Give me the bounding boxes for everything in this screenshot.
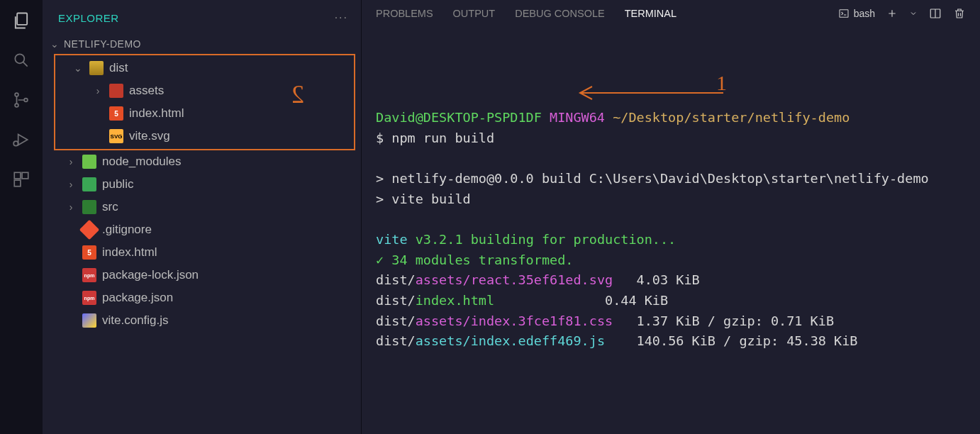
html-file-icon: 5 xyxy=(109,106,123,121)
tree-label: package.json xyxy=(102,291,173,305)
term-out-prefix: dist/ xyxy=(376,333,416,348)
tab-debug-console[interactable]: DEBUG CONSOLE xyxy=(515,8,605,19)
term-out-path: index.html xyxy=(416,293,494,308)
tree-file-gitignore[interactable]: .gitignore xyxy=(48,218,361,241)
tab-output[interactable]: OUTPUT xyxy=(453,8,496,19)
term-prompt: $ xyxy=(376,130,384,145)
tab-terminal[interactable]: TERMINAL xyxy=(625,8,676,19)
root-folder[interactable]: ⌄ NETLIFY-DEMO xyxy=(43,34,361,54)
term-script-cmd: > vite build xyxy=(376,191,471,206)
tree-folder-node-modules[interactable]: › node_modules xyxy=(48,150,361,173)
chevron-down-icon[interactable] xyxy=(909,9,918,18)
term-out-prefix: dist/ xyxy=(376,293,416,308)
sidebar-header: EXPLORER ··· xyxy=(43,7,361,34)
tree-file-vite-config[interactable]: vite.config.js xyxy=(48,309,361,332)
svg-rect-7 xyxy=(22,172,28,179)
annotation-one: 1 xyxy=(716,67,727,100)
term-out-path: assets/index.3fce1f81.css xyxy=(416,313,613,328)
term-out-path: assets/react.35ef61ed.svg xyxy=(416,272,613,287)
tree-label: public xyxy=(102,177,133,191)
tab-problems[interactable]: PROBLEMS xyxy=(376,8,433,19)
chevron-down-icon: ⌄ xyxy=(50,38,60,50)
tree-label: assets xyxy=(129,84,164,98)
svg-point-1 xyxy=(15,54,24,63)
svg-rect-9 xyxy=(840,10,848,18)
tree-label: index.html xyxy=(129,106,184,121)
tree-label: vite.svg xyxy=(129,129,170,143)
explorer-sidebar: EXPLORER ··· ⌄ NETLIFY-DEMO 2 ⌄ dist › a… xyxy=(43,0,362,434)
tree-file-package-json[interactable]: npm package.json xyxy=(48,286,361,309)
chevron-down-icon: ⌄ xyxy=(72,62,84,74)
panel-tabs: PROBLEMS OUTPUT DEBUG CONSOLE TERMINAL b… xyxy=(362,0,980,27)
tree-folder-dist[interactable]: ⌄ dist xyxy=(55,57,354,79)
annotation-two: 2 xyxy=(291,79,304,109)
tree-label: vite.config.js xyxy=(102,313,169,328)
files-icon[interactable] xyxy=(11,11,31,30)
tree-folder-src[interactable]: › src xyxy=(48,196,361,218)
tree-folder-public[interactable]: › public xyxy=(48,173,361,196)
activity-bar xyxy=(0,0,43,434)
term-out-path: assets/index.edeff469.js xyxy=(416,333,605,348)
npm-file-icon: npm xyxy=(82,268,96,282)
term-out-extra: / gzip: 0.71 KiB xyxy=(708,313,834,328)
term-transform: ✓ 34 modules transformed. xyxy=(376,252,573,267)
term-out-size: 1.37 KiB xyxy=(637,313,700,328)
file-tree: 2 ⌄ dist › assets 5 index.html SVG vite.… xyxy=(43,54,361,332)
folder-icon xyxy=(82,155,96,169)
root-folder-label: NETLIFY-DEMO xyxy=(64,38,141,50)
panel-actions: bash xyxy=(838,7,966,20)
term-script-header: > netlify-demo@0.0.0 build C:\Users\Davi… xyxy=(376,171,929,186)
chevron-right-icon: › xyxy=(92,85,104,96)
tree-file-index-html-root[interactable]: 5 index.html xyxy=(48,241,361,264)
svg-point-4 xyxy=(24,99,28,102)
html-file-icon: 5 xyxy=(82,245,96,260)
split-terminal-icon[interactable] xyxy=(929,7,942,20)
extensions-icon[interactable] xyxy=(11,169,31,189)
chevron-right-icon: › xyxy=(65,179,77,190)
term-out-prefix: dist/ xyxy=(376,313,416,328)
tree-file-package-lock[interactable]: npm package-lock.json xyxy=(48,264,361,286)
tree-file-vite-svg[interactable]: SVG vite.svg xyxy=(55,125,354,148)
explorer-title: EXPLORER xyxy=(58,12,119,24)
tree-folder-assets[interactable]: › assets xyxy=(55,79,354,102)
vite-file-icon xyxy=(82,313,96,328)
search-icon[interactable] xyxy=(11,50,31,70)
term-out-size: 0.44 KiB xyxy=(605,293,668,308)
trash-icon[interactable] xyxy=(953,7,966,20)
annotation-arrow-icon xyxy=(574,82,730,104)
svg-point-3 xyxy=(15,104,18,107)
svg-point-2 xyxy=(15,93,18,96)
run-debug-icon[interactable] xyxy=(11,130,31,150)
term-out-size: 140.56 KiB xyxy=(637,333,715,348)
folder-icon xyxy=(82,177,96,191)
tree-file-index-html[interactable]: 5 index.html xyxy=(55,102,354,125)
tree-label: node_modules xyxy=(102,155,182,169)
folder-icon xyxy=(82,200,96,214)
new-terminal-icon[interactable] xyxy=(886,8,898,19)
term-cwd: ~/Desktop/starter/netlify-demo xyxy=(613,110,850,125)
term-mingw: MINGW64 xyxy=(550,110,605,125)
source-control-icon[interactable] xyxy=(11,90,31,110)
folder-icon xyxy=(89,61,104,75)
term-out-size: 4.03 KiB xyxy=(637,272,700,287)
chevron-right-icon: › xyxy=(65,201,77,213)
tree-label: dist xyxy=(109,61,128,75)
folder-icon xyxy=(109,84,123,98)
shell-name: bash xyxy=(854,8,875,19)
git-file-icon xyxy=(79,220,99,240)
term-out-extra: / gzip: 45.38 KiB xyxy=(723,333,857,348)
more-actions-icon[interactable]: ··· xyxy=(335,11,348,24)
main-panel: PROBLEMS OUTPUT DEBUG CONSOLE TERMINAL b… xyxy=(362,0,980,434)
svg-file-icon: SVG xyxy=(109,129,123,143)
term-vite-tag: vite xyxy=(376,232,408,247)
terminal-output[interactable]: 1 David@DESKTOP-PSPD1DF MINGW64 ~/Deskto… xyxy=(362,27,980,379)
highlighted-dist-folder: 2 ⌄ dist › assets 5 index.html SVG vite.… xyxy=(54,54,355,150)
tree-label: package-lock.json xyxy=(102,268,199,282)
tree-label: .gitignore xyxy=(102,223,152,237)
shell-indicator[interactable]: bash xyxy=(838,8,875,19)
npm-file-icon: npm xyxy=(82,291,96,305)
svg-point-5 xyxy=(13,141,18,146)
svg-rect-0 xyxy=(17,13,27,25)
chevron-right-icon: › xyxy=(65,156,77,167)
term-command: npm run build xyxy=(391,130,494,145)
